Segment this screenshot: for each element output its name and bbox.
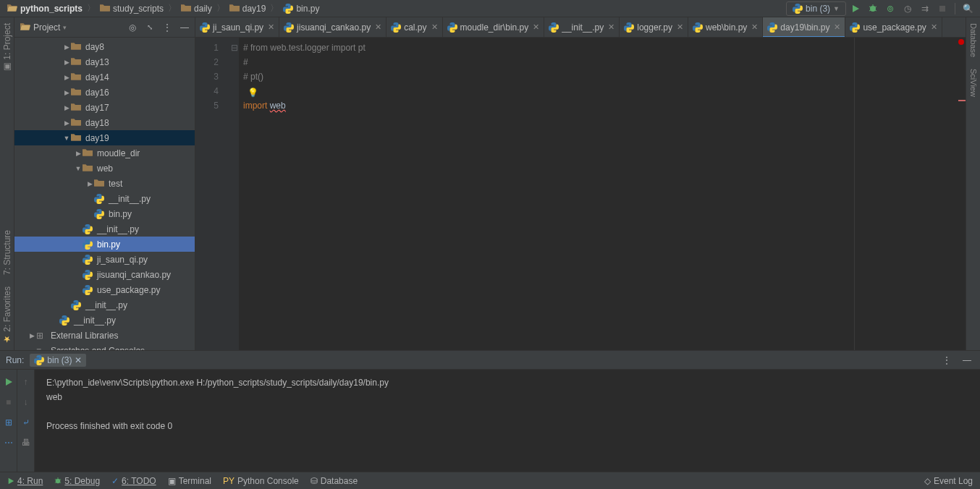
tree-arrow-icon[interactable]: ▶ xyxy=(28,332,36,339)
tree-arrow-icon[interactable]: ▶ xyxy=(62,74,71,81)
status-run[interactable]: 4: Run xyxy=(7,476,43,486)
database-tool-tab[interactable]: Database xyxy=(969,17,978,63)
code-line[interactable]: import web xyxy=(243,98,966,113)
breadcrumb-item[interactable]: bin.py xyxy=(282,4,321,14)
status-database[interactable]: ⛁Database xyxy=(311,476,358,486)
close-tab-icon[interactable]: ✕ xyxy=(375,22,381,32)
breadcrumb-item[interactable]: study_scripts xyxy=(98,4,165,14)
soft-wrap-icon[interactable]: ⤶ xyxy=(18,414,34,430)
project-tool-tab[interactable]: ▣1: Project xyxy=(2,17,12,78)
tree-arrow-icon[interactable]: ▶ xyxy=(62,59,71,66)
fold-marker[interactable] xyxy=(230,69,239,84)
tree-row[interactable]: ▶day8 xyxy=(14,39,195,54)
tree-row[interactable]: ▶⊞External Libraries xyxy=(14,328,195,343)
project-tree[interactable]: ▶day8▶day13▶day14▶day16▶day17▶day18▼day1… xyxy=(14,38,195,350)
favorites-tool-tab[interactable]: ★2: Favorites xyxy=(2,281,12,350)
breadcrumb-item[interactable]: python_scripts xyxy=(6,4,84,14)
editor-tab[interactable]: web\bin.py✕ xyxy=(688,17,763,37)
editor-tab[interactable]: day19\bin.py✕ xyxy=(763,17,845,37)
locate-icon[interactable]: ◎ xyxy=(125,20,140,35)
close-tab-icon[interactable]: ✕ xyxy=(431,22,438,32)
close-tab-icon[interactable]: ✕ xyxy=(268,22,274,32)
rerun-button[interactable] xyxy=(1,374,17,390)
tree-row[interactable]: ▶day17 xyxy=(14,100,195,115)
settings-icon[interactable]: ⋮ xyxy=(160,20,174,35)
hide-panel-icon[interactable]: — xyxy=(177,20,192,35)
more-run-icon[interactable]: ⋯ xyxy=(1,435,17,451)
code-line[interactable]: # from web.test.logger import pt xyxy=(243,41,966,55)
tree-row[interactable]: jisuanqi_cankao.py xyxy=(14,267,195,282)
editor-tab[interactable]: moudle_dir\bin.py✕ xyxy=(443,17,545,37)
breadcrumb-item[interactable]: daily xyxy=(179,4,214,14)
editor-tab[interactable]: cal.py✕ xyxy=(386,17,442,37)
tree-row[interactable]: __init__.py xyxy=(14,312,195,328)
tree-row[interactable]: ▼web xyxy=(14,161,195,176)
tree-row[interactable]: ▶moudle_dir xyxy=(14,145,195,161)
stop-run-button[interactable]: ■ xyxy=(1,394,17,410)
status-python-console[interactable]: PYPython Console xyxy=(223,476,299,486)
tree-row[interactable]: ji_saun_qi.py xyxy=(14,252,195,267)
close-tab-icon[interactable]: ✕ xyxy=(751,22,758,32)
intention-bulb-icon[interactable]: 💡 xyxy=(248,85,258,100)
close-tab-icon[interactable]: ✕ xyxy=(677,22,683,32)
tree-arrow-icon[interactable]: ▶ xyxy=(62,43,71,51)
project-view-selector[interactable]: Project ▾ xyxy=(20,22,67,33)
tree-row[interactable]: ▶day14 xyxy=(14,69,195,85)
tree-row[interactable]: ≡Scratches and Consoles xyxy=(14,343,195,350)
editor-tab[interactable]: __init__.py✕ xyxy=(544,17,620,37)
error-stripe[interactable] xyxy=(957,38,966,350)
tree-arrow-icon[interactable]: ▶ xyxy=(62,119,71,127)
tree-row[interactable]: __init__.py xyxy=(14,297,195,312)
debug-button[interactable] xyxy=(865,1,881,17)
tree-row[interactable]: ▶day18 xyxy=(14,115,195,130)
stop-button[interactable] xyxy=(934,1,950,17)
run-settings-icon[interactable]: ⋮ xyxy=(939,353,954,367)
collapse-all-icon[interactable]: ⤡ xyxy=(143,20,157,35)
tree-row[interactable]: bin.py xyxy=(14,206,195,221)
fold-marker[interactable]: ⊟ xyxy=(230,41,239,55)
tree-row[interactable]: ▶day16 xyxy=(14,85,195,100)
tree-row[interactable]: bin.py xyxy=(14,237,195,252)
tree-arrow-icon[interactable]: ▶ xyxy=(62,104,71,111)
status-terminal[interactable]: ▣Terminal xyxy=(168,476,211,486)
tree-row[interactable]: use_package.py xyxy=(14,282,195,297)
tree-row[interactable]: __init__.py xyxy=(14,191,195,206)
close-tab-icon[interactable]: ✕ xyxy=(608,22,614,32)
profile-button[interactable]: ◷ xyxy=(900,1,916,17)
code-editor[interactable]: 💡 # from web.test.logger import pt## pt(… xyxy=(239,38,966,350)
run-config-selector[interactable]: bin (3) ▼ xyxy=(786,1,846,16)
close-tab-icon[interactable]: ✕ xyxy=(834,22,840,32)
editor-tab[interactable]: logger.py✕ xyxy=(620,17,688,37)
code-line[interactable]: # xyxy=(243,55,966,69)
editor-tab[interactable]: ji_saun_qi.py✕ xyxy=(195,17,279,37)
tree-row[interactable]: ▶day13 xyxy=(14,54,195,69)
up-icon[interactable]: ↑ xyxy=(18,374,34,390)
structure-tool-tab[interactable]: 7: Structure xyxy=(2,224,12,281)
editor-tab[interactable]: use_package.py✕ xyxy=(845,17,942,37)
hide-run-icon[interactable]: — xyxy=(960,353,974,367)
fold-marker[interactable] xyxy=(230,55,239,69)
tree-row[interactable]: ▶test xyxy=(14,176,195,191)
down-icon[interactable]: ↓ xyxy=(18,394,34,410)
status-todo[interactable]: ✓6: TODO xyxy=(111,476,156,486)
sciview-tool-tab[interactable]: SciView xyxy=(969,63,978,103)
close-tab-icon[interactable]: ✕ xyxy=(533,22,539,32)
run-tab[interactable]: bin (3) ✕ xyxy=(30,354,86,367)
tree-row[interactable]: ▼day19 xyxy=(14,130,195,145)
error-mark[interactable] xyxy=(958,100,966,101)
run-button[interactable] xyxy=(848,1,863,17)
event-log[interactable]: ◇Event Log xyxy=(924,476,973,486)
layout-button[interactable]: ⊞ xyxy=(1,414,17,430)
close-run-tab-icon[interactable]: ✕ xyxy=(75,355,82,365)
search-everywhere-button[interactable]: 🔍 xyxy=(960,1,976,17)
error-indicator-icon[interactable] xyxy=(958,39,964,45)
tree-row[interactable]: __init__.py xyxy=(14,221,195,237)
tree-arrow-icon[interactable]: ▶ xyxy=(85,180,94,187)
tree-arrow-icon[interactable]: ▶ xyxy=(62,89,71,96)
print-icon[interactable]: 🖶 xyxy=(18,435,34,451)
breadcrumb-item[interactable]: day19 xyxy=(228,4,268,14)
status-debug[interactable]: 5: Debug xyxy=(54,476,100,486)
code-line[interactable] xyxy=(243,84,966,98)
close-tab-icon[interactable]: ✕ xyxy=(931,22,937,32)
editor-tab[interactable]: jisuanqi_cankao.py✕ xyxy=(279,17,386,37)
